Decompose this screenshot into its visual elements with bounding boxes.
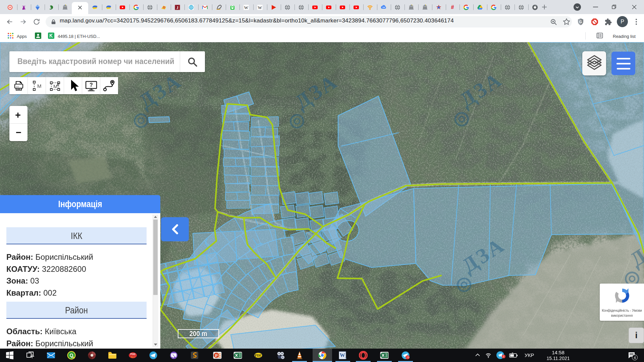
svg-text:PDF: PDF bbox=[255, 354, 261, 357]
svg-text:2: 2 bbox=[57, 82, 59, 86]
svg-text:W: W bbox=[340, 352, 345, 358]
svg-text:POD: POD bbox=[130, 353, 135, 355]
svg-text:J: J bbox=[176, 5, 178, 10]
svg-text:Тел 2: Тел 2 bbox=[131, 356, 135, 358]
svg-text:M: M bbox=[37, 83, 42, 89]
svg-text:W: W bbox=[258, 5, 262, 10]
svg-text:#: # bbox=[451, 4, 454, 10]
svg-text:?: ? bbox=[90, 82, 93, 88]
svg-text:W: W bbox=[244, 5, 249, 10]
svg-text:P: P bbox=[215, 353, 218, 358]
svg-text:G: G bbox=[579, 20, 582, 24]
svg-text:..72: ..72 bbox=[406, 356, 410, 359]
